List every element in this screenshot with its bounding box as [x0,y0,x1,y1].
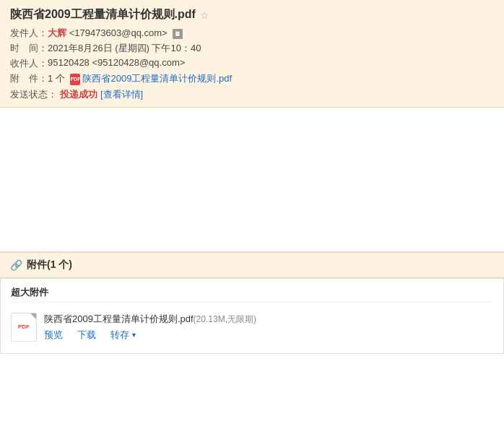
recipient-value: 95120428 <95120428@qq.com> [48,57,494,68]
email-body [0,108,504,252]
attachment-section: 🔗 附件(1 个) 超大附件 PDF 陕西省2009工程量清单计价规则.pdf(… [0,252,504,354]
attachment-actions: 预览 下载 转存▼ [44,329,493,342]
address-book-icon[interactable]: 📋 [173,29,183,39]
attachment-section-header: 🔗 附件(1 个) [0,253,504,278]
inline-pdf-icon: PDF [70,74,80,85]
attachment-label: 附 件： [10,72,48,85]
attachment-file-info: 陕西省2009工程量清单计价规则.pdf(20.13M,无限期) 预览 下载 转… [44,313,493,342]
email-header: 陕西省2009工程量清单计价规则.pdf ☆ 发件人： 大辉 <17947360… [0,0,504,108]
attachment-item: PDF 陕西省2009工程量清单计价规则.pdf(20.13M,无限期) 预览 … [11,308,493,346]
title-row: 陕西省2009工程量清单计价规则.pdf ☆ [10,7,494,22]
time-label: 时 间： [10,42,48,55]
inline-attachment-link[interactable]: 陕西省2009工程量清单计价规则.pdf [82,73,232,84]
time-value: 2021年8月26日 (星期四) 下午10：40 [48,42,494,55]
attachment-row: 附 件： 1 个 PDF陕西省2009工程量清单计价规则.pdf [10,72,494,85]
attachment-filename: 陕西省2009工程量清单计价规则.pdf(20.13M,无限期) [44,313,493,326]
star-icon[interactable]: ☆ [200,9,209,21]
email-title: 陕西省2009工程量清单计价规则.pdf [10,7,196,22]
recipient-row: 收件人： 95120428 <95120428@qq.com> [10,57,494,70]
view-details-link[interactable]: [查看详情] [100,88,143,101]
send-status-value: 投递成功 [60,88,97,101]
oversized-badge: 超大附件 PDF 陕西省2009工程量清单计价规则.pdf(20.13M,无限期… [0,278,504,354]
preview-link[interactable]: 预览 [44,329,63,342]
pdf-icon-text: PDF [18,324,30,331]
attachment-section-title: 附件(1 个) [27,259,72,272]
sender-label: 发件人： [10,27,48,40]
sender-row: 发件人： 大辉 <179473603@qq.com> 📋 [10,27,494,40]
oversized-label: 超大附件 [11,283,493,303]
paperclip-icon: 🔗 [10,259,22,271]
sender-name-link[interactable]: 大辉 [48,27,66,38]
sender-email: <179473603@qq.com> [69,27,168,38]
sender-value: 大辉 <179473603@qq.com> 📋 [48,27,494,40]
save-dropdown[interactable]: 转存▼ [110,329,137,342]
recipient-label: 收件人： [10,57,48,70]
attachment-count: 1 个 PDF陕西省2009工程量清单计价规则.pdf [48,72,494,85]
send-status-label: 发送状态： [10,88,57,101]
pdf-icon-large: PDF [11,313,37,342]
send-status-row: 发送状态： 投递成功 [查看详情] [10,88,494,101]
attachment-filesize: (20.13M,无限期) [194,314,256,324]
time-row: 时 间： 2021年8月26日 (星期四) 下午10：40 [10,42,494,55]
download-link[interactable]: 下载 [77,329,96,342]
